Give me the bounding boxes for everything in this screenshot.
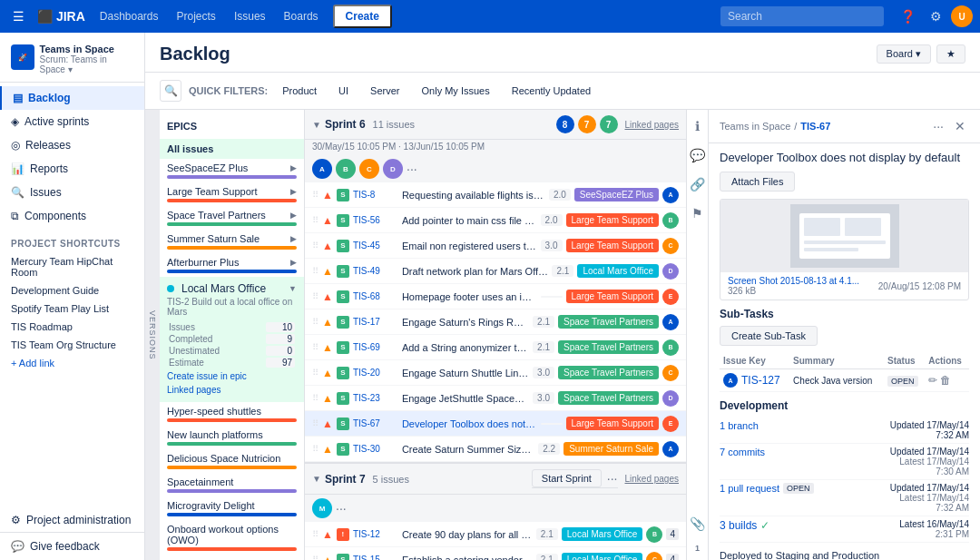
filter-recently-updated[interactable]: Recently Updated xyxy=(505,83,598,99)
sidebar-item-releases[interactable]: ◎ Releases xyxy=(0,133,144,157)
sidebar-item-issues[interactable]: 🔍 Issues xyxy=(0,181,144,204)
issue-key-tis15[interactable]: TIS-15 xyxy=(353,555,398,560)
info-icon[interactable]: ℹ xyxy=(693,117,701,135)
projects-nav[interactable]: Projects xyxy=(170,6,223,26)
epic-expand-icon[interactable]: ▶ xyxy=(290,234,297,243)
issue-summary-tis17[interactable]: Engage Saturn's Rings Resort as a prefer… xyxy=(402,317,529,328)
issue-key-tis67[interactable]: TIS-67 xyxy=(353,418,398,428)
project-admin[interactable]: ⚙ Project administration xyxy=(0,508,144,532)
drag-handle[interactable]: ⠿ xyxy=(312,317,318,327)
issue-key-tis20[interactable]: TIS-20 xyxy=(353,368,398,378)
issue-summary-tis45[interactable]: Email non registered users to sign up wi… xyxy=(402,241,537,251)
shortcut-spotify[interactable]: Spotify Team Play List xyxy=(0,300,144,318)
issues-nav[interactable]: Issues xyxy=(227,6,273,26)
issue-summary-tis8[interactable]: Requesting available flights is now taki… xyxy=(402,190,545,201)
epic-new-launch[interactable]: New launch platforms xyxy=(160,426,304,449)
dashboards-nav[interactable]: Dashboards xyxy=(93,6,166,26)
give-feedback[interactable]: 💬 Give feedback xyxy=(0,532,144,560)
epic-summer-saturn[interactable]: Summer Saturn Sale ▶ xyxy=(160,230,304,253)
comment-icon[interactable]: 💬 xyxy=(688,146,707,164)
drag-handle[interactable]: ⠿ xyxy=(312,266,318,276)
sidebar-item-active-sprints[interactable]: ◈ Active sprints xyxy=(0,110,144,133)
issue-key-tis45[interactable]: TIS-45 xyxy=(353,241,398,251)
breadcrumb-teams[interactable]: Teams in Space xyxy=(720,121,790,132)
issue-summary-tis23[interactable]: Engage JetShuttle SpaceWays for short di… xyxy=(402,393,529,404)
epic-expand-icon[interactable]: ▶ xyxy=(290,211,297,220)
epic-afterburner[interactable]: Afterburner Plus ▶ xyxy=(160,253,304,277)
board-button[interactable]: Board ▾ xyxy=(877,44,931,64)
drag-handle[interactable]: ⠿ xyxy=(312,291,318,301)
drag-handle[interactable]: ⠿ xyxy=(312,393,318,403)
attach-files-button[interactable]: Attach Files xyxy=(720,172,795,192)
sub-task-edit-icon[interactable]: ✏ xyxy=(928,374,937,387)
settings-icon[interactable]: ⚙ xyxy=(925,5,947,27)
create-sub-task-button[interactable]: Create Sub-Task xyxy=(720,326,818,346)
sidebar-item-backlog[interactable]: ▤ Backlog xyxy=(0,86,144,110)
epic-space-travel[interactable]: Space Travel Partners ▶ xyxy=(160,206,304,230)
drag-handle[interactable]: ⠿ xyxy=(312,418,318,428)
epic-microgravity[interactable]: Microgravity Delight xyxy=(160,496,304,520)
boards-nav[interactable]: Boards xyxy=(277,6,326,26)
sprint-7-header[interactable]: ▼ Sprint 7 5 issues Start Sprint ··· Lin… xyxy=(305,464,686,495)
issue-key-tis17[interactable]: TIS-17 xyxy=(353,317,398,327)
epic-large-team[interactable]: Large Team Support ▶ xyxy=(160,182,304,206)
sub-task-delete-icon[interactable]: 🗑 xyxy=(940,374,951,387)
start-sprint-button[interactable]: Start Sprint xyxy=(532,469,602,487)
project-sub[interactable]: Scrum: Teams in Space ▾ xyxy=(40,54,133,74)
shortcut-roadmap[interactable]: TIS Roadmap xyxy=(0,318,144,336)
drag-handle[interactable]: ⠿ xyxy=(312,190,318,200)
sprint-7-more[interactable]: ··· xyxy=(336,501,347,516)
issue-key-tis69[interactable]: TIS-69 xyxy=(353,342,398,352)
sprint-6-linked[interactable]: Linked pages xyxy=(625,120,680,130)
sprint-6-more[interactable]: ··· xyxy=(407,162,417,176)
filter-only-my-issues[interactable]: Only My Issues xyxy=(415,83,497,99)
issue-key-tis56[interactable]: TIS-56 xyxy=(353,215,398,225)
epic-expand-icon[interactable]: ▶ xyxy=(290,187,297,196)
drag-handle[interactable]: ⠿ xyxy=(312,342,318,352)
issue-summary-tis12[interactable]: Create 90 day plans for all departments … xyxy=(402,529,533,540)
issue-summary-tis49[interactable]: Draft network plan for Mars Office xyxy=(402,266,548,277)
create-issue-in-epic[interactable]: Create issue in epic xyxy=(167,369,297,383)
epic-hyper-speed[interactable]: Hyper-speed shuttles xyxy=(160,402,304,426)
attachment-name[interactable]: Screen Shot 2015-08-13 at 4.1... xyxy=(728,276,859,286)
issue-summary-tis20[interactable]: Engage Saturn Shuttle Lines for group to… xyxy=(402,368,529,378)
issue-summary-tis15[interactable]: Establish a catering vendor to provide m… xyxy=(402,555,533,561)
epic-planet-taxi[interactable]: Planet Taxi Device exploration & researc… xyxy=(160,555,304,560)
flag-icon[interactable]: ⚑ xyxy=(690,204,705,222)
issue-summary-tis68[interactable]: Homepage footer uses an inline style - s… xyxy=(402,291,537,302)
shortcut-dev-guide[interactable]: Development Guide xyxy=(0,281,144,300)
shortcut-org[interactable]: TIS Team Org Structure xyxy=(0,336,144,354)
sprint-7-linked[interactable]: Linked pages xyxy=(625,474,680,484)
issue-summary-tis67[interactable]: Developer Toolbox does not display by de… xyxy=(402,418,537,429)
epic-seespaceez[interactable]: SeeSpaceEZ Plus ▶ xyxy=(160,159,304,182)
filter-search-button[interactable]: 🔍 xyxy=(160,80,181,102)
drag-handle[interactable]: ⠿ xyxy=(312,444,318,454)
pr-link[interactable]: 1 pull request xyxy=(720,483,779,494)
epic-expand-icon[interactable]: ▶ xyxy=(290,258,297,267)
issue-summary-tis30[interactable]: Create Saturn Summer Sizzle Logo xyxy=(402,444,534,455)
sprint-7-more-btn[interactable]: ··· xyxy=(607,471,618,486)
epic-expand-icon[interactable]: ▶ xyxy=(290,163,297,172)
commits-link[interactable]: 7 commits xyxy=(720,447,765,457)
epic-linked-pages[interactable]: Linked pages xyxy=(167,383,297,397)
link-icon[interactable]: 🔗 xyxy=(688,175,707,193)
epic-all-issues[interactable]: All issues xyxy=(160,139,304,159)
drag-handle[interactable]: ⠿ xyxy=(312,555,318,560)
sprint-6-header[interactable]: ▼ Sprint 6 11 issues 8 7 7 Linked pages xyxy=(305,110,686,140)
branch-link[interactable]: 1 branch xyxy=(720,420,759,431)
shortcut-mercury[interactable]: Mercury Team HipChat Room xyxy=(0,252,144,281)
epic-delicious-space[interactable]: Delicious Space Nutricion xyxy=(160,449,304,473)
issue-key-tis8[interactable]: TIS-8 xyxy=(353,190,398,200)
issue-summary-tis56[interactable]: Add pointer to main css file to instruct… xyxy=(402,215,537,226)
sidebar-item-components[interactable]: ⧉ Components xyxy=(0,204,144,228)
attachment-icon[interactable]: 📎 xyxy=(688,515,707,533)
filter-product[interactable]: Product xyxy=(275,83,324,99)
drag-handle[interactable]: ⠿ xyxy=(312,529,318,539)
sub-task-key-tis127[interactable]: TIS-127 xyxy=(741,374,780,387)
issue-key-tis68[interactable]: TIS-68 xyxy=(353,291,398,301)
user-avatar[interactable]: U xyxy=(951,5,973,27)
issue-key-tis12[interactable]: TIS-12 xyxy=(353,529,398,539)
panel-more-icon[interactable]: ··· xyxy=(929,117,947,135)
epic-expand-icon[interactable]: ▼ xyxy=(289,284,297,293)
star-button[interactable]: ★ xyxy=(936,44,965,64)
